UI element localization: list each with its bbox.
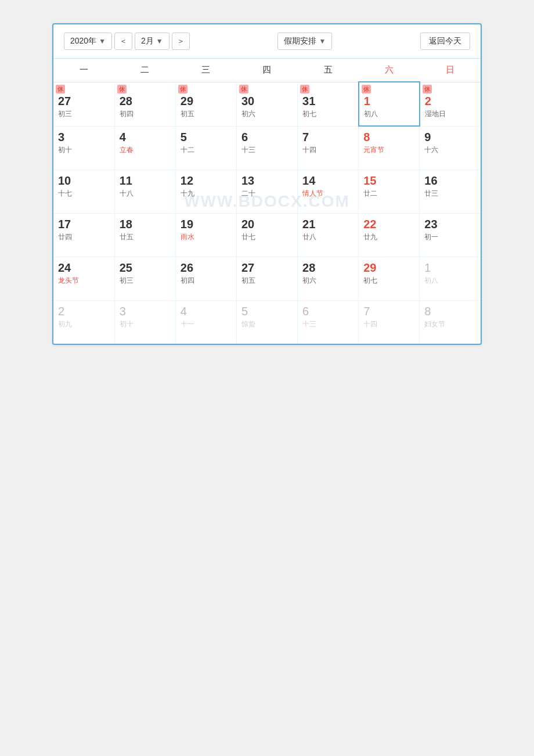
day-lunar: 廿七	[241, 232, 255, 242]
day-cell-w1d0[interactable]: 3初十	[53, 126, 114, 170]
month-selector[interactable]: 2月 ▼	[135, 33, 169, 50]
day-lunar: 龙头节	[58, 276, 79, 286]
day-number: 1	[364, 94, 370, 108]
day-cell-w5d6[interactable]: 8妇女节	[420, 301, 481, 344]
day-lunar: 十三	[302, 319, 316, 329]
day-number: 27	[241, 261, 254, 275]
day-cell-w4d2[interactable]: 26初四	[175, 257, 236, 301]
day-cell-w2d4[interactable]: 14情人节	[298, 170, 359, 214]
day-number: 7	[363, 304, 370, 318]
day-cell-w3d1[interactable]: 18廿五	[114, 214, 175, 257]
day-cell-w5d3[interactable]: 5惊蛰	[236, 301, 297, 344]
day-number: 14	[302, 174, 315, 188]
day-cell-w0d3[interactable]: 休30初六	[236, 82, 297, 126]
day-cell-w1d4[interactable]: 7十四	[298, 126, 359, 170]
day-cell-w3d4[interactable]: 21廿八	[298, 214, 359, 257]
day-number: 6	[241, 130, 248, 144]
day-lunar: 初四	[181, 276, 194, 286]
day-cell-w4d4[interactable]: 28初六	[298, 257, 359, 301]
calendar-grid: 一 二 三 四 五 六 日 休27初三休28初四休29初五休30初六休31初七休…	[53, 59, 481, 344]
day-number: 30	[241, 94, 254, 108]
day-cell-w2d2[interactable]: 12十九	[175, 170, 236, 214]
day-lunar: 十七	[58, 189, 72, 199]
day-number: 29	[363, 261, 376, 275]
holiday-badge: 休	[239, 85, 248, 93]
next-month-button[interactable]: ＞	[172, 33, 190, 50]
day-cell-w3d6[interactable]: 23初一	[420, 214, 481, 257]
day-cell-w3d0[interactable]: 17廿四	[53, 214, 114, 257]
day-number: 13	[241, 174, 254, 188]
day-cell-w5d2[interactable]: 4十一	[175, 301, 236, 344]
day-lunar: 初四	[120, 109, 134, 119]
day-lunar: 廿三	[424, 189, 438, 199]
day-number: 16	[424, 174, 437, 188]
prev-month-button[interactable]: ＜	[114, 33, 132, 50]
day-lunar: 廿五	[120, 232, 134, 242]
day-cell-w4d3[interactable]: 27初五	[236, 257, 297, 301]
day-cell-w5d4[interactable]: 6十三	[298, 301, 359, 344]
day-cell-w1d6[interactable]: 9十六	[420, 126, 481, 170]
day-cell-w5d1[interactable]: 3初十	[114, 301, 175, 344]
day-cell-w1d1[interactable]: 4立春	[114, 126, 175, 170]
day-cell-w1d5[interactable]: 8元宵节	[359, 126, 420, 170]
day-cell-w0d6[interactable]: 休2湿地日	[420, 82, 481, 126]
week-row-5: 2初九3初十4十一5惊蛰6十三7十四8妇女节	[53, 301, 481, 344]
day-number: 3	[58, 130, 64, 144]
day-cell-w0d5[interactable]: 休1初八	[359, 82, 420, 126]
day-number: 21	[302, 217, 315, 231]
day-cell-w1d2[interactable]: 5十二	[175, 126, 236, 170]
week-row-3: 17廿四18廿五19雨水20廿七21廿八22廿九23初一	[53, 214, 481, 257]
holiday-badge: 休	[423, 85, 432, 93]
day-number: 25	[120, 261, 132, 275]
day-lunar: 初八	[424, 276, 438, 286]
day-lunar: 十四	[363, 319, 377, 329]
day-number: 24	[58, 261, 71, 275]
day-cell-w0d2[interactable]: 休29初五	[175, 82, 236, 126]
holiday-label: 假期安排	[284, 36, 316, 46]
day-cell-w2d5[interactable]: 15廿二	[359, 170, 420, 214]
day-cell-w0d4[interactable]: 休31初七	[298, 82, 359, 126]
day-cell-w4d1[interactable]: 25初三	[114, 257, 175, 301]
day-cell-w0d0[interactable]: 休27初三	[53, 82, 114, 126]
holiday-badge: 休	[178, 85, 187, 93]
week-row-0: 休27初三休28初四休29初五休30初六休31初七休1初八休2湿地日	[53, 82, 481, 126]
day-cell-w4d5[interactable]: 29初七	[359, 257, 420, 301]
holiday-selector[interactable]: 假期安排 ▼	[277, 33, 332, 50]
day-lunar: 元宵节	[363, 145, 384, 155]
day-cell-w2d3[interactable]: 13二十	[236, 170, 297, 214]
day-lunar: 十八	[120, 189, 134, 199]
month-label: 2月	[141, 36, 154, 46]
day-cell-w5d0[interactable]: 2初九	[53, 301, 114, 344]
weekday-sun: 日	[420, 59, 481, 82]
day-cell-w3d3[interactable]: 20廿七	[236, 214, 297, 257]
weekday-fri: 五	[298, 59, 359, 82]
day-cell-w3d2[interactable]: 19雨水	[175, 214, 236, 257]
day-cell-w2d1[interactable]: 11十八	[114, 170, 175, 214]
day-number: 23	[424, 217, 437, 231]
year-selector[interactable]: 2020年 ▼	[64, 33, 112, 50]
day-number: 4	[181, 304, 187, 318]
day-number: 1	[424, 261, 431, 275]
day-cell-w0d1[interactable]: 休28初四	[114, 82, 175, 126]
day-cell-w1d3[interactable]: 6十三	[236, 126, 297, 170]
weekday-header-row: 一 二 三 四 五 六 日	[53, 59, 481, 82]
day-lunar: 初七	[363, 276, 377, 286]
day-lunar: 廿二	[363, 189, 377, 199]
day-number: 29	[181, 94, 193, 108]
return-today-button[interactable]: 返回今天	[420, 33, 470, 50]
day-cell-w4d6[interactable]: 1初八	[420, 257, 481, 301]
day-cell-w4d0[interactable]: 24龙头节	[53, 257, 114, 301]
day-cell-w3d5[interactable]: 22廿九	[359, 214, 420, 257]
day-cell-w2d6[interactable]: 16廿三	[420, 170, 481, 214]
day-number: 2	[425, 94, 431, 108]
day-lunar: 初三	[58, 109, 72, 119]
day-number: 7	[302, 130, 309, 144]
day-lunar: 初八	[364, 109, 378, 119]
day-number: 18	[120, 217, 132, 231]
day-cell-w2d0[interactable]: 10十七	[53, 170, 114, 214]
weekday-mon: 一	[53, 59, 114, 82]
calendar-toolbar: 2020年 ▼ ＜ 2月 ▼ ＞ 假期安排 ▼ 返回今天	[53, 24, 481, 59]
weekday-thu: 四	[236, 59, 297, 82]
day-lunar: 立春	[120, 145, 134, 155]
day-cell-w5d5[interactable]: 7十四	[359, 301, 420, 344]
